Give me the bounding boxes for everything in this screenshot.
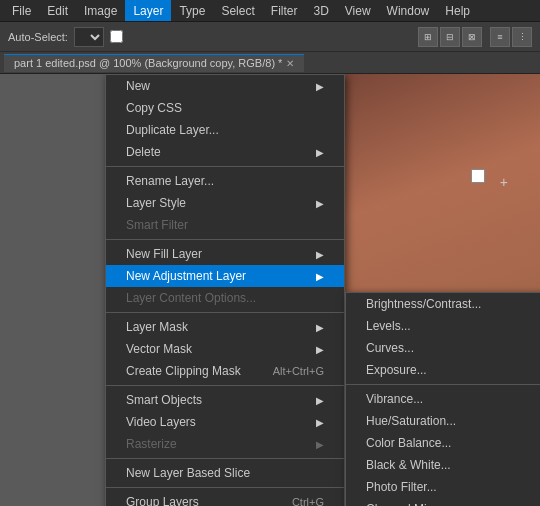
adjustment-layer-submenu: Brightness/Contrast... Levels... Curves.… [345,292,540,506]
separator-6 [106,487,344,488]
menu-item-new-label: New [126,79,150,93]
menu-item-layer-mask-label: Layer Mask [126,320,188,334]
video-layers-arrow-icon: ▶ [316,417,324,428]
menu-item-smart-filter-label: Smart Filter [126,218,188,232]
main-layout: + New ▶ Copy CSS Duplicate Layer... Dele… [0,74,540,506]
menu-item-group-layers-label: Group Layers [126,495,199,506]
menubar-item-edit[interactable]: Edit [39,0,76,21]
menu-item-group-layers[interactable]: Group Layers Ctrl+G [106,491,344,506]
black-white-label: Black & White... [366,458,451,472]
submenu-curves[interactable]: Curves... [346,337,540,359]
distribute-icon[interactable]: ≡ [490,27,510,47]
options-bar: Auto-Select: ⊞ ⊟ ⊠ ≡ ⋮ [0,22,540,52]
separator-1 [106,166,344,167]
curves-label: Curves... [366,341,414,355]
tab-bar: part 1 edited.psd @ 100% (Background cop… [0,52,540,74]
menubar-item-image[interactable]: Image [76,0,125,21]
submenu-brightness-contrast[interactable]: Brightness/Contrast... [346,293,540,315]
menu-item-layer-mask[interactable]: Layer Mask ▶ [106,316,344,338]
menu-item-duplicate-layer[interactable]: Duplicate Layer... [106,119,344,141]
tab-label: part 1 edited.psd @ 100% (Background cop… [14,57,282,69]
menu-item-vector-mask[interactable]: Vector Mask ▶ [106,338,344,360]
submenu-levels[interactable]: Levels... [346,315,540,337]
autoselect-dropdown[interactable] [74,27,104,47]
submenu-exposure[interactable]: Exposure... [346,359,540,381]
menu-item-delete-label: Delete [126,145,161,159]
menubar-item-select[interactable]: Select [213,0,262,21]
color-balance-label: Color Balance... [366,436,451,450]
new-fill-arrow-icon: ▶ [316,249,324,260]
menu-item-copy-css[interactable]: Copy CSS [106,97,344,119]
menu-item-new-layer-slice-label: New Layer Based Slice [126,466,250,480]
layer-mask-arrow-icon: ▶ [316,322,324,333]
menubar-item-type[interactable]: Type [171,0,213,21]
menubar-item-layer[interactable]: Layer [125,0,171,21]
submenu-hue-saturation[interactable]: Hue/Saturation... [346,410,540,432]
menu-item-smart-objects[interactable]: Smart Objects ▶ [106,389,344,411]
submenu-photo-filter[interactable]: Photo Filter... [346,476,540,498]
hue-saturation-label: Hue/Saturation... [366,414,456,428]
submenu-vibrance[interactable]: Vibrance... [346,388,540,410]
menu-item-smart-filter: Smart Filter [106,214,344,236]
align-left-icon[interactable]: ⊞ [418,27,438,47]
menubar-item-3d[interactable]: 3D [305,0,336,21]
align-right-icon[interactable]: ⊠ [462,27,482,47]
menu-item-new[interactable]: New ▶ [106,75,344,97]
menubar-item-window[interactable]: Window [379,0,438,21]
menu-item-layer-style-label: Layer Style [126,196,186,210]
menu-item-rename-label: Rename Layer... [126,174,214,188]
group-layers-shortcut: Ctrl+G [292,496,324,506]
separator-5 [106,458,344,459]
menu-item-copy-css-label: Copy CSS [126,101,182,115]
submenu-channel-mixer[interactable]: Channel Mixer... [346,498,540,506]
menu-item-layer-content-options: Layer Content Options... [106,287,344,309]
submenu-black-white[interactable]: Black & White... [346,454,540,476]
photo-filter-label: Photo Filter... [366,480,437,494]
autoselect-checkbox[interactable] [110,30,123,43]
menubar-item-filter[interactable]: Filter [263,0,306,21]
menu-item-clipping-mask-label: Create Clipping Mask [126,364,241,378]
arrow-right-icon: ▶ [316,81,324,92]
menu-item-video-layers[interactable]: Video Layers ▶ [106,411,344,433]
menu-item-video-layers-label: Video Layers [126,415,196,429]
menu-item-rasterize-label: Rasterize [126,437,177,451]
menu-item-new-adjustment-label: New Adjustment Layer [126,269,246,283]
rasterize-arrow-icon: ▶ [316,439,324,450]
submenu-color-balance[interactable]: Color Balance... [346,432,540,454]
menu-item-layer-style[interactable]: Layer Style ▶ [106,192,344,214]
separator-4 [106,385,344,386]
menu-item-new-fill-layer[interactable]: New Fill Layer ▶ [106,243,344,265]
brightness-contrast-label: Brightness/Contrast... [366,297,481,311]
new-adj-arrow-icon: ▶ [316,271,324,282]
tab-close-icon[interactable]: ✕ [286,58,294,69]
menu-item-new-fill-label: New Fill Layer [126,247,202,261]
menu-item-rename-layer[interactable]: Rename Layer... [106,170,344,192]
vibrance-label: Vibrance... [366,392,423,406]
dropdown-container: New ▶ Copy CSS Duplicate Layer... Delete… [105,74,540,506]
separator-3 [106,312,344,313]
smart-objects-arrow-icon: ▶ [316,395,324,406]
delete-arrow-icon: ▶ [316,147,324,158]
menu-item-new-adjustment-layer[interactable]: New Adjustment Layer ▶ [106,265,344,287]
menubar: File Edit Image Layer Type Select Filter… [0,0,540,22]
align-center-icon[interactable]: ⊟ [440,27,460,47]
menu-item-smart-objects-label: Smart Objects [126,393,202,407]
menu-item-create-clipping-mask[interactable]: Create Clipping Mask Alt+Ctrl+G [106,360,344,382]
autoselect-label: Auto-Select: [8,31,68,43]
menu-item-vector-mask-label: Vector Mask [126,342,192,356]
layer-style-arrow-icon: ▶ [316,198,324,209]
menu-item-new-layer-based-slice[interactable]: New Layer Based Slice [106,462,344,484]
tab-document[interactable]: part 1 edited.psd @ 100% (Background cop… [4,54,304,72]
menubar-item-help[interactable]: Help [437,0,478,21]
levels-label: Levels... [366,319,411,333]
exposure-label: Exposure... [366,363,427,377]
menubar-item-file[interactable]: File [4,0,39,21]
vector-mask-arrow-icon: ▶ [316,344,324,355]
menu-item-delete[interactable]: Delete ▶ [106,141,344,163]
menu-item-rasterize: Rasterize ▶ [106,433,344,455]
canvas-area: + New ▶ Copy CSS Duplicate Layer... Dele… [0,74,540,506]
menubar-item-view[interactable]: View [337,0,379,21]
adj-separator-1 [346,384,540,385]
distribute2-icon[interactable]: ⋮ [512,27,532,47]
separator-2 [106,239,344,240]
